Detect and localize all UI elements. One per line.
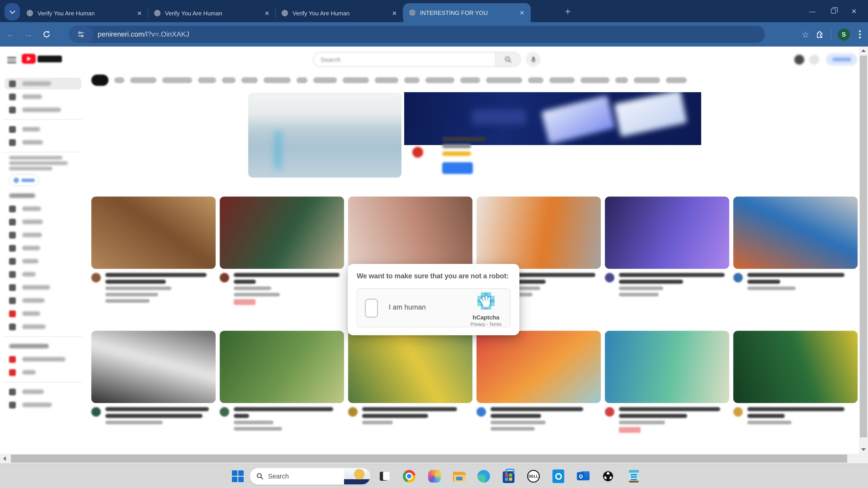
video-card[interactable] [220, 197, 344, 305]
category-chip[interactable] [222, 77, 236, 83]
category-chip[interactable] [426, 77, 454, 83]
outlook-icon[interactable] [576, 469, 591, 484]
video-card[interactable] [605, 197, 729, 305]
video-card[interactable] [220, 331, 344, 433]
video-thumbnail[interactable] [220, 197, 344, 269]
chrome-icon[interactable] [401, 469, 417, 484]
advertiser-avatar[interactable] [412, 147, 423, 158]
address-bar[interactable]: penireneri.com/l?v=.OinXAKJ [69, 26, 765, 43]
header-menu-icon[interactable] [794, 55, 804, 65]
video-thumbnail[interactable] [220, 331, 344, 403]
video-card[interactable] [476, 331, 601, 433]
dell-icon[interactable]: DELL [526, 469, 541, 484]
header-avatar[interactable] [809, 55, 819, 65]
sidebar-item[interactable] [4, 295, 81, 306]
ad-cta-button[interactable] [442, 162, 473, 174]
sidebar-item[interactable] [4, 123, 81, 135]
video-thumbnail[interactable] [348, 331, 472, 403]
video-card[interactable] [733, 331, 858, 433]
site-search-button[interactable] [495, 52, 520, 67]
video-card[interactable] [605, 331, 729, 433]
scroll-down-arrow[interactable] [859, 446, 868, 454]
category-chip[interactable] [615, 77, 628, 83]
tab-close-icon[interactable]: ✕ [263, 9, 271, 18]
video-thumbnail[interactable] [348, 197, 472, 269]
browser-menu-icon[interactable] [859, 33, 861, 35]
tab[interactable]: Verify You Are Human✕ [276, 4, 403, 22]
obs-icon[interactable] [600, 469, 616, 484]
category-chip[interactable] [297, 77, 307, 83]
tab[interactable]: Verify You Are Human✕ [148, 4, 276, 22]
file-explorer-icon[interactable] [452, 469, 467, 484]
category-chip[interactable] [404, 77, 420, 83]
privacy-link[interactable]: Privacy [470, 322, 485, 327]
channel-avatar[interactable] [348, 407, 358, 417]
task-view-button[interactable] [377, 469, 393, 484]
tab[interactable]: Verify You Are Human✕ [21, 4, 148, 22]
video-card[interactable] [733, 197, 858, 305]
category-chip[interactable] [162, 77, 192, 83]
sidebar-item[interactable] [4, 282, 81, 293]
category-chip[interactable] [549, 77, 575, 83]
forward-button[interactable]: → [21, 27, 36, 42]
sidebar-item[interactable] [4, 136, 81, 148]
sidebar-item[interactable] [4, 242, 81, 254]
alexa-icon[interactable] [551, 469, 566, 484]
horizontal-scroll-thumb[interactable] [11, 455, 847, 463]
video-thumbnail[interactable] [733, 197, 858, 269]
close-window-button[interactable]: ✕ [844, 0, 864, 22]
back-button[interactable]: ← [3, 27, 18, 42]
edge-icon[interactable] [476, 469, 491, 484]
sidebar-item[interactable] [4, 268, 81, 280]
bookmark-star-icon[interactable]: ☆ [802, 29, 809, 39]
category-chip[interactable] [114, 77, 124, 83]
microsoft-store-icon[interactable] [501, 469, 516, 484]
tab-close-icon[interactable]: ✕ [518, 8, 526, 17]
category-chip[interactable] [486, 77, 522, 83]
chip-all[interactable] [91, 74, 108, 86]
tab-search-button[interactable] [4, 3, 20, 20]
channel-avatar[interactable] [91, 273, 101, 283]
captcha-checkbox[interactable] [365, 299, 378, 318]
channel-avatar[interactable] [733, 273, 743, 283]
video-card[interactable] [91, 331, 216, 433]
category-chip[interactable] [528, 77, 544, 83]
category-chip[interactable] [634, 77, 660, 83]
notepad-icon[interactable] [626, 469, 642, 484]
sidebar-item[interactable] [4, 399, 81, 411]
sidebar-item[interactable] [4, 216, 81, 228]
category-chip[interactable] [666, 77, 687, 83]
video-thumbnail[interactable] [91, 331, 216, 403]
site-search-bar[interactable]: Search [313, 52, 521, 67]
video-thumbnail[interactable] [476, 197, 601, 269]
video-thumbnail[interactable] [605, 197, 729, 269]
vertical-scrollbar[interactable] [859, 46, 868, 454]
extensions-icon[interactable] [815, 30, 825, 39]
category-chip[interactable] [198, 77, 216, 83]
vertical-scroll-thumb[interactable] [860, 56, 867, 437]
sidebar-item[interactable] [4, 353, 81, 365]
category-chip[interactable] [460, 77, 480, 83]
tab-close-icon[interactable]: ✕ [390, 9, 399, 18]
scroll-up-arrow[interactable] [859, 46, 868, 55]
sidebar-item[interactable] [4, 366, 81, 378]
category-chip[interactable] [241, 77, 258, 83]
sidebar-item[interactable] [4, 203, 81, 215]
minimize-button[interactable]: — [802, 0, 823, 22]
category-chip[interactable] [264, 77, 291, 83]
reload-button[interactable] [39, 27, 54, 42]
sign-in-button[interactable] [826, 53, 857, 66]
new-tab-button[interactable]: + [561, 5, 574, 18]
video-thumbnail[interactable] [733, 331, 858, 403]
tab-close-icon[interactable]: ✕ [135, 9, 144, 18]
voice-search-button[interactable] [526, 52, 541, 67]
channel-avatar[interactable] [605, 273, 614, 283]
video-card[interactable] [348, 331, 472, 433]
sidebar-item[interactable] [4, 229, 81, 241]
category-chip[interactable] [581, 77, 610, 83]
category-chip[interactable] [375, 77, 398, 83]
channel-avatar[interactable] [220, 273, 229, 283]
video-thumbnail[interactable] [91, 197, 216, 269]
copilot-icon[interactable] [427, 469, 442, 484]
hamburger-menu-icon[interactable] [7, 56, 16, 64]
